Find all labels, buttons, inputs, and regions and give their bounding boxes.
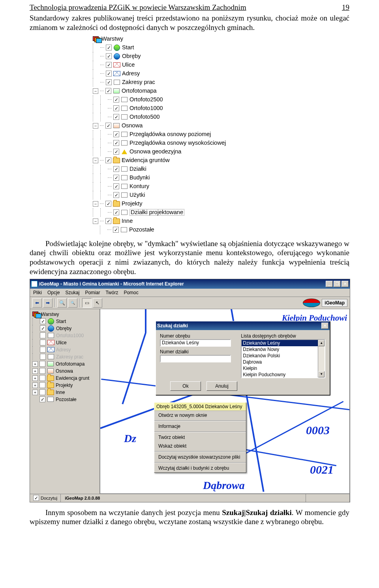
tree-item: Ulice bbox=[122, 62, 135, 68]
plus-icon[interactable]: + bbox=[32, 361, 38, 367]
list-item[interactable]: Dziekanów Leśny bbox=[242, 340, 325, 346]
side-root: Warstwy bbox=[41, 312, 59, 317]
close-button[interactable]: ✕ bbox=[341, 281, 349, 287]
pointer-tool[interactable]: ↖ bbox=[93, 298, 102, 308]
dialog-title: Szukaj działki bbox=[157, 323, 321, 329]
tree-item: Ortofoto1000 bbox=[129, 105, 163, 111]
ctx-header: Obręb 143205_5.0004 Dziekanów Leśny bbox=[154, 403, 246, 411]
ok-button[interactable]: Ok bbox=[170, 381, 201, 391]
plus-icon[interactable]: + bbox=[32, 390, 38, 395]
list-item[interactable]: Kena Kiełnińska bbox=[242, 378, 325, 378]
box-icon bbox=[121, 140, 128, 146]
minus-icon[interactable]: − bbox=[93, 88, 98, 94]
restore-button[interactable]: ❐ bbox=[334, 281, 341, 287]
ctx-item[interactable]: Wskaż obiekt bbox=[154, 442, 246, 450]
page-number: 19 bbox=[342, 3, 349, 12]
side-item[interactable]: Ulice bbox=[56, 340, 67, 345]
menu-item[interactable]: Opcje bbox=[47, 290, 60, 295]
box-icon bbox=[121, 114, 128, 120]
scrollbar[interactable]: ▲▼ bbox=[318, 340, 325, 377]
tree-item: Ortofoto2500 bbox=[129, 97, 163, 103]
tree-item: Ortofotomapa bbox=[122, 88, 157, 94]
tree-root: Warstwy bbox=[101, 36, 123, 42]
side-item[interactable]: Ortofoto1000 bbox=[56, 333, 84, 338]
ctx-item[interactable]: Twórz obiekt bbox=[154, 433, 246, 442]
side-item[interactable]: Adresy bbox=[56, 347, 71, 352]
tree-item: Zakresy prac bbox=[122, 79, 155, 85]
tree-item: Przeglądówka osnowy wysokościowej bbox=[129, 140, 226, 146]
ctx-item[interactable]: Otwórz w nowym oknie bbox=[154, 411, 246, 420]
side-item[interactable]: Inne bbox=[56, 390, 65, 395]
zoomout-button[interactable]: 🔍 bbox=[68, 298, 77, 308]
scroll-down[interactable]: ▼ bbox=[318, 371, 325, 377]
box-icon bbox=[113, 79, 120, 86]
side-item[interactable]: Start bbox=[56, 319, 66, 324]
minus-icon[interactable]: − bbox=[93, 218, 98, 224]
plus-icon[interactable]: + bbox=[32, 383, 38, 388]
side-item[interactable]: Pozostałe bbox=[56, 397, 77, 402]
ctx-item[interactable]: Informacje bbox=[154, 422, 246, 431]
map-label: Dąbrowa bbox=[203, 479, 245, 492]
box-icon bbox=[121, 183, 128, 190]
box-icon bbox=[113, 123, 120, 129]
plus-icon[interactable]: + bbox=[32, 375, 38, 381]
input-numer-obrebu[interactable]: Dziekanów Leśny bbox=[160, 339, 231, 347]
tree-item: Pozostałe bbox=[129, 227, 154, 233]
logo-label: iGeoMap bbox=[322, 299, 347, 307]
tree-item: Adresy bbox=[122, 71, 140, 77]
context-menu: Obręb 143205_5.0004 Dziekanów Leśny Otwó… bbox=[154, 402, 246, 473]
tree-item: Działki bbox=[129, 166, 146, 172]
side-item[interactable]: Ortofotomapa bbox=[56, 362, 84, 366]
toolbar: ⬅ ➡ 🔍 🔍 ▭ ↖ iGeoMap bbox=[30, 297, 350, 309]
plus-icon[interactable]: + bbox=[32, 368, 38, 374]
box-icon bbox=[121, 166, 128, 172]
tree-item: Przeglądówka osnowy poziomej bbox=[129, 131, 211, 137]
layers-icon bbox=[93, 36, 100, 42]
list-item[interactable]: Kiełpin bbox=[242, 365, 325, 371]
header-title: Technologia prowadzenia PZGiK w powiecie… bbox=[30, 3, 246, 12]
listbox-obreby[interactable]: Dziekanów Leśny Dziekanów Nowy Dziekanów… bbox=[241, 339, 325, 378]
label-numer-obrebu: Numer obrębu bbox=[160, 333, 237, 339]
box-icon bbox=[113, 88, 120, 94]
tree-item: Projekty bbox=[122, 201, 142, 207]
globe-blue-icon bbox=[113, 53, 120, 60]
minus-icon[interactable]: − bbox=[93, 201, 98, 207]
menu-item[interactable]: Pliki bbox=[33, 290, 42, 295]
list-item[interactable]: Dąbrowa bbox=[242, 359, 325, 365]
list-item[interactable]: Kiełpin Poduchowny bbox=[242, 371, 325, 378]
zoomin-button[interactable]: 🔍 bbox=[57, 298, 67, 308]
menu-item[interactable]: Twórz bbox=[105, 290, 118, 295]
side-item[interactable]: Zakresy prac bbox=[56, 355, 83, 359]
doczytuj-checkbox[interactable]: ✓ bbox=[33, 495, 39, 501]
ctx-item[interactable]: Doczytaj wszystkie stowarzyszone pliki bbox=[154, 453, 246, 461]
back-button[interactable]: ⬅ bbox=[32, 298, 42, 308]
box-icon bbox=[120, 227, 128, 233]
side-item[interactable]: Projekty bbox=[56, 383, 73, 388]
cancel-button[interactable]: Anuluj bbox=[206, 381, 237, 391]
forward-button[interactable]: ➡ bbox=[43, 298, 53, 308]
tree-item: Użytki bbox=[129, 192, 145, 198]
select-tool[interactable]: ▭ bbox=[82, 298, 92, 308]
ctx-item[interactable]: Wczytaj działki i budynki z obrębu bbox=[154, 464, 246, 472]
tree-item: Osnowa geodezyjna bbox=[129, 149, 181, 155]
minus-icon[interactable]: − bbox=[93, 123, 98, 129]
layers-tree-figure: Warstwy ✓Start ✓Obręby ✓Ulice ✓Adresy ✓Z… bbox=[93, 35, 349, 234]
side-item[interactable]: Obręby bbox=[56, 326, 71, 331]
side-item[interactable]: Ewidencja grunt bbox=[56, 376, 89, 381]
dialog-close[interactable]: ✕ bbox=[321, 323, 328, 329]
input-numer-dzialki[interactable] bbox=[160, 355, 231, 362]
map-canvas[interactable]: Kiełpin Poduchowi Dz 0003 0021 Dąbrowa S… bbox=[100, 309, 350, 494]
map-label: 0003 bbox=[306, 424, 330, 437]
menu-item[interactable]: Pomiar bbox=[85, 290, 100, 295]
status-version: iGeoMap 2.0.0.88 bbox=[61, 494, 306, 502]
menu-item[interactable]: Szukaj bbox=[65, 290, 79, 295]
scroll-up[interactable]: ▲ bbox=[318, 340, 325, 346]
label-numer-dzialki: Numer działki bbox=[160, 349, 237, 355]
minus-icon[interactable]: − bbox=[93, 158, 98, 163]
minimize-button[interactable]: _ bbox=[326, 281, 333, 287]
list-item[interactable]: Dziekanów Nowy bbox=[242, 346, 325, 353]
side-item[interactable]: Osnowa bbox=[56, 369, 73, 373]
list-item[interactable]: Dziekanów Polski bbox=[242, 353, 325, 359]
menu-item[interactable]: Pomoc bbox=[124, 290, 138, 295]
envelope-blue-icon bbox=[113, 71, 120, 77]
